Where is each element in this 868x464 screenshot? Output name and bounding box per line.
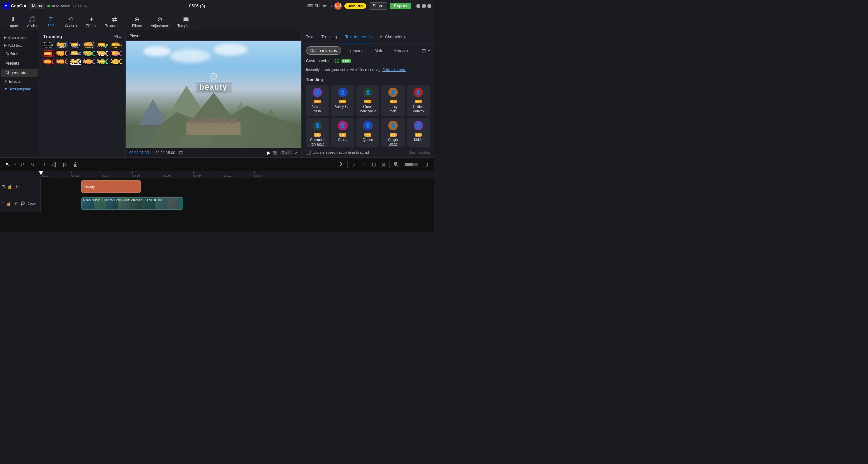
text-clip-beauty[interactable]: beauty — [81, 180, 141, 193]
select-tool[interactable]: ↖ — [4, 161, 12, 168]
filter-custom-voices[interactable]: Custom voices — [306, 46, 341, 55]
shortcuts-button[interactable]: ⌨ Shortcuts — [307, 4, 332, 8]
tl-tool-1[interactable]: ⇥| — [350, 161, 358, 168]
tab-text[interactable]: Text — [302, 31, 317, 43]
trim-left-button[interactable]: ◁| — [50, 161, 58, 168]
toolbar-audio[interactable]: 🎵 Audio — [23, 14, 41, 29]
rotation-handle[interactable]: ↻ — [210, 73, 217, 80]
voice-alexstraszsa[interactable]: 👤 Pro Alexstraszsa — [306, 85, 329, 116]
voice-valley-girl[interactable]: 👤 Pro Valley Girl — [331, 85, 354, 116]
tl-tool-4[interactable]: ⊠ — [380, 161, 387, 168]
chevron-down-icon[interactable]: ▾ — [428, 48, 430, 53]
close-button[interactable] — [427, 4, 431, 8]
template-unedit[interactable]: UNEDITEDDAYfilming after midnight ⬇ — [43, 42, 54, 48]
pro-badge: Pro — [415, 133, 422, 137]
voice-fussy-male[interactable]: 👤 Pro Fussymale — [381, 85, 405, 116]
minimize-button[interactable] — [416, 4, 420, 8]
maximize-button[interactable] — [422, 4, 426, 8]
presets-item[interactable]: Presets — [1, 59, 38, 68]
fit-button[interactable]: ⊡ — [422, 161, 430, 168]
template-24hrs[interactable]: Pro 24 HOURS ⬇ — [43, 50, 54, 57]
voice-greek-male[interactable]: 👤 Pro GreekMale Vocie — [356, 85, 379, 116]
redo-button[interactable]: ↪ — [29, 161, 36, 168]
template-abc-white[interactable]: Pro ABC ⬇ — [97, 50, 108, 57]
template-abc-red3[interactable]: Pro ABC ⬇ — [56, 59, 68, 65]
tab-text-to-speech[interactable]: Text-to-speech — [341, 31, 376, 43]
toolbar-text[interactable]: T Text — [42, 15, 60, 28]
voice-gloria[interactable]: 👤 Pro Gloria — [331, 118, 354, 147]
toolbar-stickers[interactable]: ☺ Stickers — [61, 14, 81, 29]
template-abc-teal[interactable]: Pro ABC ⬇ — [97, 59, 108, 65]
voice-ginger-bread[interactable]: 👤 Pro GingerBread — [381, 118, 405, 147]
templates-label: Templates — [177, 24, 194, 28]
pro-badge: Pro — [44, 60, 51, 63]
voice-kiddo[interactable]: 👤 Pro Kiddo — [407, 118, 430, 147]
create-link[interactable]: Click to create — [382, 67, 406, 72]
template-okay[interactable]: Pro Okay! ⬇ — [97, 42, 108, 48]
all-button[interactable]: All ≡ — [114, 34, 121, 39]
left-panel: ▶ Auto captio... ▶ Add text Default Pres… — [0, 31, 39, 157]
template-traveling[interactable]: Pro TravelingVlog. ⬇ — [70, 42, 81, 48]
template-homevlog[interactable]: Pro home vlog. ⬇ — [56, 42, 68, 48]
template-abc-blue[interactable]: Pro Abc ⬇ — [70, 50, 81, 57]
template-focusing[interactable]: Pro FocusingonMyself ⬇ — [83, 42, 95, 48]
template-abc-yellow[interactable]: Pro ABC ⬇ — [111, 59, 122, 65]
start-reading-button[interactable]: Start reading — [409, 150, 430, 154]
toolbar-transitions[interactable]: ⇄ Transitions — [102, 14, 127, 29]
pro-badge: Pro — [364, 100, 371, 103]
fullscreen-button[interactable]: ⤢ — [295, 150, 298, 155]
ratio-button[interactable]: Ratio — [280, 150, 293, 155]
lock-video-button[interactable]: 🔒 — [6, 201, 12, 207]
zoom-bar[interactable] — [405, 163, 418, 166]
tl-tool-3[interactable]: ⊡ — [370, 161, 378, 168]
filter-male[interactable]: Male — [370, 46, 388, 55]
voice-commentary-male[interactable]: 👤 Pro Commen-tary Male — [306, 118, 329, 147]
template-abc-blk[interactable]: Pro ABC ⬇ — [70, 59, 81, 65]
effects-section[interactable]: ▼ Effects — [0, 78, 39, 85]
voice-filter-icon[interactable]: ⊟ — [422, 48, 426, 53]
default-item[interactable]: Default — [1, 50, 38, 58]
auto-caption-section[interactable]: ▶ Auto captio... — [0, 34, 39, 41]
export-button[interactable]: Export — [390, 3, 411, 9]
filter-trending[interactable]: Trending — [343, 46, 368, 55]
trim-right-button[interactable]: |▷ — [61, 161, 69, 168]
menu-button[interactable]: Menu — [29, 3, 45, 9]
audio-video-button[interactable]: 🔊 — [20, 201, 26, 207]
ai-generated-item[interactable]: AI generated — [1, 69, 38, 77]
adjustment-label: Adjustment — [151, 24, 169, 28]
screenshot-button[interactable]: 📷 — [273, 150, 278, 155]
template-abc-purple[interactable]: Pro ABC ⬇ — [111, 50, 122, 57]
template-abc-pink[interactable]: Pro ABC ⬇ — [83, 59, 95, 65]
template-abc-red2[interactable]: Pro ABC ⬇ — [43, 59, 54, 65]
toolbar-templates[interactable]: ▣ Templates — [174, 14, 198, 29]
text-template-section[interactable]: ▼ Text template — [0, 85, 39, 92]
voice-golden-monkey[interactable]: 👤 Pro GoldenMonkey — [407, 85, 430, 116]
voice-queen[interactable]: 👤 Pro Queen — [356, 118, 379, 147]
share-button[interactable]: Share — [369, 2, 387, 10]
mic-button[interactable]: 🎙 — [337, 161, 345, 168]
zoom-out-button[interactable]: 🔍- — [392, 161, 402, 168]
filter-female[interactable]: Female — [390, 46, 412, 55]
visibility-track-button[interactable]: 👁 — [14, 184, 19, 189]
toolbar-adjustment[interactable]: ⊘ Adjustment — [147, 14, 173, 29]
template-abc-orange[interactable]: Pro ABC ⬇ — [56, 50, 68, 57]
video-clip-machu[interactable]: Machu Picchu, Cusco, Peru, South America… — [81, 197, 183, 210]
template-comingup[interactable]: Pro ➤ COMING UP... ⬇ — [111, 42, 122, 48]
voice-filter-row: Custom voices Trending Male Female ⊟ ▾ — [302, 44, 434, 57]
template-abc-green[interactable]: Pro ABC ⬇ — [83, 50, 95, 57]
undo-button[interactable]: ↩ — [19, 161, 26, 168]
delete-button[interactable]: 🗑 — [72, 161, 80, 168]
toolbar-effects[interactable]: ✦ Effects — [82, 14, 100, 29]
toolbar-filters[interactable]: ⊕ Filters — [128, 14, 146, 29]
tl-tool-2[interactable]: ↔ — [360, 161, 368, 168]
add-text-section[interactable]: ▶ Add text — [0, 42, 39, 49]
split-button[interactable]: ⫲ — [42, 160, 47, 168]
visibility-video-button[interactable]: 👁 — [13, 201, 18, 206]
update-script-checkbox[interactable] — [306, 150, 311, 155]
join-pro-button[interactable]: Join Pro — [344, 3, 366, 9]
tab-ai-characters[interactable]: AI Characters — [376, 31, 409, 43]
lock-track-button[interactable]: 🔒 — [7, 184, 13, 190]
toolbar-import[interactable]: ⬇ Import — [4, 14, 22, 29]
tab-tracking[interactable]: Tracking — [317, 31, 341, 43]
play-button[interactable]: ▶ — [267, 150, 271, 155]
